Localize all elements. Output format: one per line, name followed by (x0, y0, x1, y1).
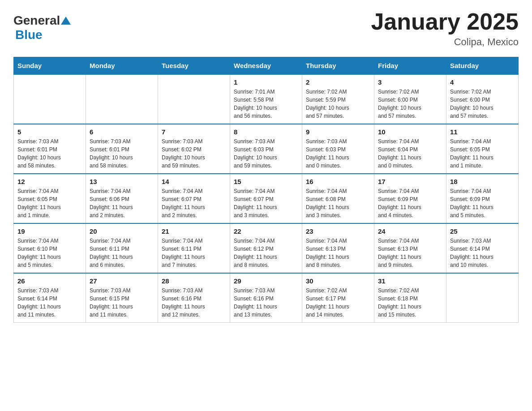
weekday-header-wednesday: Wednesday (230, 57, 302, 75)
day-number: 8 (234, 128, 298, 136)
day-number: 15 (234, 178, 298, 185)
calendar-cell: 13Sunrise: 7:04 AM Sunset: 6:06 PM Dayli… (86, 174, 158, 223)
calendar-cell: 31Sunrise: 7:02 AM Sunset: 6:18 PM Dayli… (374, 273, 446, 323)
calendar-cell: 1Sunrise: 7:01 AM Sunset: 5:58 PM Daylig… (230, 74, 302, 124)
week-row-2: 5Sunrise: 7:03 AM Sunset: 6:01 PM Daylig… (14, 124, 519, 174)
calendar-cell: 2Sunrise: 7:02 AM Sunset: 5:59 PM Daylig… (302, 74, 374, 124)
day-number: 31 (378, 277, 442, 285)
day-info: Sunrise: 7:04 AM Sunset: 6:05 PM Dayligh… (17, 187, 82, 219)
day-info: Sunrise: 7:04 AM Sunset: 6:09 PM Dayligh… (378, 187, 442, 219)
logo-general-text: General (13, 13, 60, 28)
day-number: 19 (17, 227, 82, 235)
day-info: Sunrise: 7:04 AM Sunset: 6:13 PM Dayligh… (378, 237, 442, 269)
calendar-cell: 15Sunrise: 7:04 AM Sunset: 6:07 PM Dayli… (230, 174, 302, 223)
calendar-cell: 19Sunrise: 7:04 AM Sunset: 6:10 PM Dayli… (14, 223, 86, 273)
day-info: Sunrise: 7:01 AM Sunset: 5:58 PM Dayligh… (234, 88, 298, 120)
day-info: Sunrise: 7:03 AM Sunset: 6:03 PM Dayligh… (234, 137, 298, 170)
week-row-4: 19Sunrise: 7:04 AM Sunset: 6:10 PM Dayli… (14, 223, 519, 273)
weekday-header-friday: Friday (374, 57, 446, 75)
day-info: Sunrise: 7:03 AM Sunset: 6:14 PM Dayligh… (450, 237, 515, 269)
day-number: 24 (378, 227, 442, 235)
day-info: Sunrise: 7:02 AM Sunset: 5:59 PM Dayligh… (306, 88, 370, 120)
day-info: Sunrise: 7:04 AM Sunset: 6:08 PM Dayligh… (306, 187, 370, 219)
day-number: 20 (90, 227, 154, 235)
main-title: January 2025 (371, 9, 519, 34)
day-info: Sunrise: 7:03 AM Sunset: 6:01 PM Dayligh… (90, 137, 154, 170)
day-number: 1 (234, 78, 298, 86)
calendar-cell (446, 273, 519, 323)
day-info: Sunrise: 7:02 AM Sunset: 6:18 PM Dayligh… (378, 287, 442, 319)
calendar-cell: 30Sunrise: 7:02 AM Sunset: 6:17 PM Dayli… (302, 273, 374, 323)
subtitle: Colipa, Mexico (371, 36, 519, 48)
page-header: General Blue January 2025 Colipa, Mexico (13, 9, 519, 48)
calendar-cell: 6Sunrise: 7:03 AM Sunset: 6:01 PM Daylig… (86, 124, 158, 174)
day-number: 26 (17, 277, 82, 285)
day-number: 11 (450, 128, 515, 136)
day-number: 17 (378, 178, 442, 185)
day-number: 18 (450, 178, 515, 185)
week-row-3: 12Sunrise: 7:04 AM Sunset: 6:05 PM Dayli… (14, 174, 519, 223)
calendar-header-row: SundayMondayTuesdayWednesdayThursdayFrid… (14, 57, 519, 75)
day-number: 30 (306, 277, 370, 285)
calendar-cell: 23Sunrise: 7:04 AM Sunset: 6:13 PM Dayli… (302, 223, 374, 273)
title-section: January 2025 Colipa, Mexico (371, 9, 519, 48)
week-row-5: 26Sunrise: 7:03 AM Sunset: 6:14 PM Dayli… (14, 273, 519, 323)
weekday-header-monday: Monday (86, 57, 158, 75)
day-info: Sunrise: 7:03 AM Sunset: 6:03 PM Dayligh… (306, 137, 370, 170)
calendar-cell: 18Sunrise: 7:04 AM Sunset: 6:09 PM Dayli… (446, 174, 519, 223)
day-info: Sunrise: 7:03 AM Sunset: 6:16 PM Dayligh… (234, 287, 298, 319)
day-info: Sunrise: 7:04 AM Sunset: 6:04 PM Dayligh… (378, 137, 442, 170)
day-number: 12 (17, 178, 82, 185)
calendar-cell (86, 74, 158, 124)
day-info: Sunrise: 7:03 AM Sunset: 6:16 PM Dayligh… (162, 287, 226, 319)
calendar-cell: 28Sunrise: 7:03 AM Sunset: 6:16 PM Dayli… (158, 273, 230, 323)
day-number: 25 (450, 227, 515, 235)
day-number: 5 (17, 128, 82, 136)
day-number: 14 (162, 178, 226, 185)
day-number: 13 (90, 178, 154, 185)
calendar-cell: 20Sunrise: 7:04 AM Sunset: 6:11 PM Dayli… (86, 223, 158, 273)
calendar-cell: 16Sunrise: 7:04 AM Sunset: 6:08 PM Dayli… (302, 174, 374, 223)
day-info: Sunrise: 7:04 AM Sunset: 6:05 PM Dayligh… (450, 137, 515, 170)
day-info: Sunrise: 7:03 AM Sunset: 6:14 PM Dayligh… (17, 287, 82, 319)
calendar-cell (14, 74, 86, 124)
calendar-cell: 4Sunrise: 7:02 AM Sunset: 6:00 PM Daylig… (446, 74, 519, 124)
day-info: Sunrise: 7:04 AM Sunset: 6:07 PM Dayligh… (162, 187, 226, 219)
day-number: 16 (306, 178, 370, 185)
day-number: 27 (90, 277, 154, 285)
day-info: Sunrise: 7:04 AM Sunset: 6:06 PM Dayligh… (90, 187, 154, 219)
calendar-cell: 10Sunrise: 7:04 AM Sunset: 6:04 PM Dayli… (374, 124, 446, 174)
calendar-cell: 9Sunrise: 7:03 AM Sunset: 6:03 PM Daylig… (302, 124, 374, 174)
calendar-cell: 29Sunrise: 7:03 AM Sunset: 6:16 PM Dayli… (230, 273, 302, 323)
logo-blue-text: Blue (15, 28, 43, 42)
calendar-cell: 22Sunrise: 7:04 AM Sunset: 6:12 PM Dayli… (230, 223, 302, 273)
day-info: Sunrise: 7:02 AM Sunset: 6:00 PM Dayligh… (450, 88, 515, 120)
day-number: 21 (162, 227, 226, 235)
day-number: 10 (378, 128, 442, 136)
logo-triangle-icon (61, 16, 71, 25)
calendar-cell: 3Sunrise: 7:02 AM Sunset: 6:00 PM Daylig… (374, 74, 446, 124)
svg-marker-0 (61, 17, 71, 25)
day-number: 2 (306, 78, 370, 86)
day-info: Sunrise: 7:04 AM Sunset: 6:11 PM Dayligh… (90, 237, 154, 269)
day-info: Sunrise: 7:03 AM Sunset: 6:15 PM Dayligh… (90, 287, 154, 319)
day-info: Sunrise: 7:04 AM Sunset: 6:11 PM Dayligh… (162, 237, 226, 269)
calendar-cell: 26Sunrise: 7:03 AM Sunset: 6:14 PM Dayli… (14, 273, 86, 323)
calendar-cell: 7Sunrise: 7:03 AM Sunset: 6:02 PM Daylig… (158, 124, 230, 174)
calendar-cell: 27Sunrise: 7:03 AM Sunset: 6:15 PM Dayli… (86, 273, 158, 323)
day-info: Sunrise: 7:02 AM Sunset: 6:00 PM Dayligh… (378, 88, 442, 120)
calendar-cell: 25Sunrise: 7:03 AM Sunset: 6:14 PM Dayli… (446, 223, 519, 273)
weekday-header-sunday: Sunday (14, 57, 86, 75)
day-number: 29 (234, 277, 298, 285)
calendar-cell: 11Sunrise: 7:04 AM Sunset: 6:05 PM Dayli… (446, 124, 519, 174)
calendar-cell: 14Sunrise: 7:04 AM Sunset: 6:07 PM Dayli… (158, 174, 230, 223)
day-info: Sunrise: 7:04 AM Sunset: 6:10 PM Dayligh… (17, 237, 82, 269)
weekday-header-saturday: Saturday (446, 57, 519, 75)
day-info: Sunrise: 7:02 AM Sunset: 6:17 PM Dayligh… (306, 287, 370, 319)
calendar-cell: 21Sunrise: 7:04 AM Sunset: 6:11 PM Dayli… (158, 223, 230, 273)
day-number: 28 (162, 277, 226, 285)
calendar-table: SundayMondayTuesdayWednesdayThursdayFrid… (13, 57, 519, 323)
day-number: 9 (306, 128, 370, 136)
day-info: Sunrise: 7:04 AM Sunset: 6:13 PM Dayligh… (306, 237, 370, 269)
day-info: Sunrise: 7:03 AM Sunset: 6:01 PM Dayligh… (17, 137, 82, 170)
